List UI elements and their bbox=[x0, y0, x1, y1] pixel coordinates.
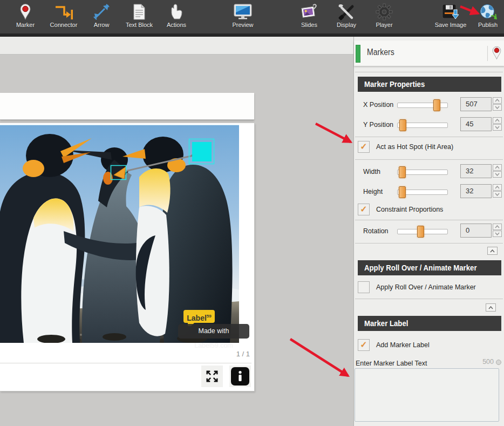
y-position-spin-down-button[interactable] bbox=[493, 124, 502, 131]
save-image-icon bbox=[441, 3, 460, 21]
width-row: Width 32 bbox=[354, 164, 504, 180]
toolbar-button-text-block[interactable]: Text Block bbox=[118, 3, 160, 32]
height-spin-down-button[interactable] bbox=[493, 191, 502, 198]
fullscreen-button[interactable] bbox=[201, 366, 223, 387]
rotation-slider[interactable] bbox=[397, 229, 448, 234]
collapse-section-button[interactable] bbox=[486, 303, 496, 312]
char-counter-icon bbox=[496, 360, 501, 365]
toolbar-button-publish[interactable]: Publish bbox=[472, 3, 504, 32]
toolbar-label: Save Image bbox=[428, 22, 473, 28]
add-marker-label-checkbox[interactable]: ✓ bbox=[358, 339, 370, 351]
annotation-arrow-hotspot bbox=[316, 124, 351, 142]
app-window: Marker Connector Arrow bbox=[0, 0, 504, 426]
preview-title-bar bbox=[0, 93, 254, 120]
toolbar-button-slides[interactable]: Slides bbox=[290, 3, 328, 32]
arrow-icon bbox=[93, 3, 110, 21]
toolbar-button-connector[interactable]: Connector bbox=[45, 3, 83, 32]
enter-label-text-label: Enter Marker Label Text bbox=[356, 360, 427, 367]
height-slider[interactable] bbox=[397, 190, 448, 195]
toolbar-label: Player bbox=[365, 22, 403, 28]
y-position-spin-up-button[interactable] bbox=[493, 117, 502, 124]
info-button[interactable] bbox=[229, 366, 251, 387]
toolbar-button-player[interactable]: Player bbox=[365, 3, 403, 32]
chevron-up-icon bbox=[495, 166, 500, 169]
toolbar-label: Actions bbox=[158, 22, 195, 28]
toolbar-button-display[interactable]: Display bbox=[328, 3, 365, 32]
y-position-label: Y Position bbox=[363, 121, 393, 129]
y-position-slider[interactable] bbox=[397, 123, 448, 128]
height-slider-thumb[interactable] bbox=[399, 186, 406, 198]
chevron-up-icon bbox=[495, 99, 500, 102]
chevron-down-icon bbox=[495, 193, 500, 196]
x-position-slider-thumb[interactable] bbox=[433, 99, 440, 111]
page-counter: 1 / 1 bbox=[236, 350, 250, 358]
add-marker-label-row: ✓ Add Marker Label bbox=[358, 339, 504, 353]
x-position-label: X Position bbox=[363, 101, 393, 109]
x-position-spin-up-button[interactable] bbox=[493, 97, 502, 104]
constraint-checkbox[interactable]: ✓ bbox=[358, 204, 370, 215]
section-header-marker-label: Marker Label bbox=[358, 316, 501, 331]
x-position-slider[interactable] bbox=[397, 103, 448, 108]
width-spin-down-button[interactable] bbox=[493, 171, 502, 178]
fullscreen-icon bbox=[205, 369, 219, 383]
rollover-checkbox[interactable] bbox=[358, 281, 370, 293]
width-value[interactable]: 32 bbox=[460, 164, 492, 178]
width-spin-up-button[interactable] bbox=[493, 164, 502, 171]
toolbar-label: Publish bbox=[472, 22, 504, 28]
y-position-slider-thumb[interactable] bbox=[399, 119, 406, 131]
hotspot-marker-square bbox=[192, 142, 212, 161]
constraint-label: Constraint Proportions bbox=[376, 206, 443, 213]
collapse-section-button[interactable] bbox=[487, 247, 498, 255]
checkmark-icon: ✓ bbox=[360, 142, 367, 151]
char-count: 500 bbox=[482, 358, 494, 366]
toolbar-button-marker[interactable]: Marker bbox=[6, 3, 44, 32]
panel-accent-bar bbox=[356, 45, 360, 63]
chevron-down-icon bbox=[495, 126, 500, 129]
player-gear-icon bbox=[376, 3, 393, 21]
width-slider[interactable] bbox=[397, 170, 448, 175]
preview-panel: Label59 Made with Label59.com 1 / 1 bbox=[0, 123, 255, 391]
rollover-label: Apply Roll Over / Animate Marker bbox=[376, 283, 476, 291]
panel-title: Markers bbox=[367, 48, 394, 57]
toolbar-label: Slides bbox=[290, 22, 328, 28]
checkmark-icon: ✓ bbox=[360, 205, 367, 214]
x-position-spin-down-button[interactable] bbox=[493, 104, 502, 111]
height-spin-up-button[interactable] bbox=[493, 184, 502, 191]
y-position-row: Y Position 45 bbox=[354, 117, 504, 133]
publish-globe-icon bbox=[479, 3, 497, 21]
rotation-spin-down-button[interactable] bbox=[493, 231, 502, 237]
markers-panel: Markers Marker Properties X Position 507 bbox=[353, 37, 504, 426]
chevron-up-icon bbox=[490, 249, 495, 253]
toolbar-button-arrow[interactable]: Arrow bbox=[83, 3, 120, 32]
toolbar-button-actions[interactable]: Actions bbox=[158, 3, 195, 32]
toolbar-button-preview[interactable]: Preview bbox=[224, 3, 262, 32]
marker-pin-icon bbox=[19, 3, 32, 21]
preview-divider bbox=[0, 363, 251, 363]
toolbar-label: Preview bbox=[224, 22, 262, 28]
hotspot-checkbox[interactable]: ✓ bbox=[358, 141, 370, 153]
rotation-value[interactable]: 0 bbox=[460, 224, 492, 238]
rotation-spin-up-button[interactable] bbox=[493, 224, 502, 230]
height-label: Height bbox=[363, 188, 383, 195]
main-toolbar: Marker Connector Arrow bbox=[0, 0, 504, 33]
rotation-slider-thumb[interactable] bbox=[417, 226, 424, 238]
height-value[interactable]: 32 bbox=[460, 184, 492, 198]
add-marker-label-label: Add Marker Label bbox=[376, 341, 430, 349]
rotation-row: Rotation 0 bbox=[354, 224, 504, 240]
height-row: Height 32 bbox=[354, 184, 504, 200]
label59-badge: Label59 bbox=[183, 310, 215, 323]
toolbar-label: Connector bbox=[45, 22, 83, 28]
x-position-value[interactable]: 507 bbox=[460, 97, 492, 111]
preview-monitor-icon bbox=[233, 3, 253, 21]
rotation-label: Rotation bbox=[363, 227, 389, 235]
y-position-value[interactable]: 45 bbox=[460, 117, 492, 131]
toolbar-button-save-image[interactable]: Save Image bbox=[428, 3, 473, 32]
width-slider-thumb[interactable] bbox=[399, 166, 406, 178]
chevron-down-icon bbox=[495, 232, 500, 235]
marker-label-textarea[interactable] bbox=[355, 368, 499, 422]
panel-marker-pin-icon bbox=[492, 45, 502, 60]
hotspot-label: Act as Hot Spot (Hit Area) bbox=[376, 143, 453, 151]
chevron-up-icon bbox=[495, 225, 500, 228]
annotation-arrow-textarea bbox=[290, 339, 348, 376]
panel-separator bbox=[355, 243, 503, 244]
